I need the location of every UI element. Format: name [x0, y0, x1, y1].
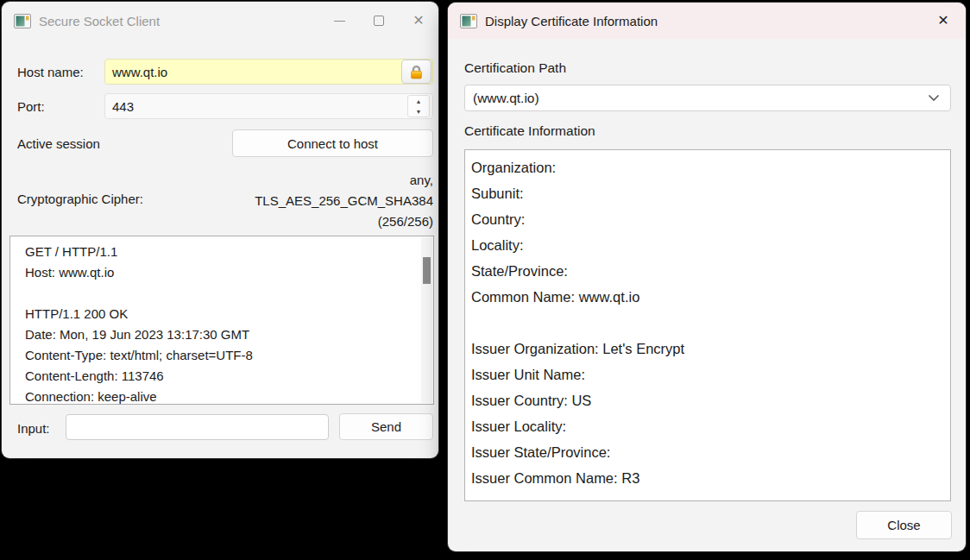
desktop: Secure Socket Client ✕ Host name: Port:	[0, 0, 970, 560]
text-line: Content-Type: text/html; charset=UTF-8	[25, 345, 419, 366]
host-name-input[interactable]	[104, 59, 433, 85]
text-line: Date: Mon, 19 Jun 2023 13:17:30 GMT	[25, 324, 419, 345]
minimize-button[interactable]	[319, 2, 359, 40]
spin-up-icon[interactable]: ▲	[408, 96, 429, 106]
text-line: GET / HTTP/1.1	[25, 242, 419, 262]
input-label: Input:	[17, 421, 50, 436]
cipher-value: any, TLS_AES_256_GCM_SHA384 (256/256)	[174, 170, 433, 232]
active-session-label: Active session	[17, 136, 100, 151]
text-line: Country:	[471, 206, 942, 232]
dialog-close-button[interactable]: ✕	[921, 3, 966, 39]
client-caption-buttons: ✕	[319, 2, 438, 40]
text-line: Issuer State/Province:	[471, 439, 942, 465]
close-dialog-button[interactable]: Close	[856, 511, 952, 539]
secure-socket-client-window: Secure Socket Client ✕ Host name: Port:	[2, 2, 438, 458]
log-scrollbar[interactable]	[421, 237, 432, 403]
certificate-info-textarea[interactable]: Organization:Subunit:Country:Locality:St…	[464, 149, 951, 501]
text-line: Organization:	[471, 154, 942, 180]
text-line: Issuer Organization: Let's Encrypt	[471, 336, 942, 362]
text-line: Issuer Common Name: R3	[471, 465, 942, 491]
send-button[interactable]: Send	[339, 413, 433, 440]
text-line: Locality:	[471, 232, 942, 258]
close-icon: ✕	[413, 14, 424, 28]
minimize-icon	[334, 21, 345, 22]
text-line: Content-Length: 113746	[25, 366, 419, 387]
lock-button[interactable]	[401, 60, 431, 84]
port-spin-buttons: ▲ ▼	[407, 95, 430, 117]
text-line: Issuer Country: US	[471, 387, 942, 413]
dialog-title: Display Certificate Information	[485, 14, 658, 28]
text-line: Issuer Unit Name:	[471, 362, 942, 387]
certificate-information-label: Certificate Information	[464, 123, 595, 139]
session-log-textarea[interactable]: GET / HTTP/1.1Host: www.qt.io HTTP/1.1 2…	[9, 236, 434, 405]
host-name-label: Host name:	[17, 65, 84, 79]
text-line: Connection: keep-alive	[25, 387, 419, 405]
port-label: Port:	[17, 99, 45, 114]
chevron-down-icon	[928, 94, 940, 102]
log-scrollbar-thumb[interactable]	[423, 257, 431, 284]
session-log-content: GET / HTTP/1.1Host: www.qt.io HTTP/1.1 2…	[10, 236, 433, 405]
spin-down-icon[interactable]: ▼	[408, 106, 429, 116]
app-window-icon	[14, 14, 31, 28]
certification-path-combobox[interactable]: (www.qt.io)	[464, 85, 951, 111]
lock-icon	[408, 64, 425, 80]
text-line	[25, 283, 419, 304]
port-spinbox[interactable]: 443 ▲ ▼	[104, 93, 433, 119]
certification-path-label: Certification Path	[464, 60, 566, 76]
client-window-title: Secure Socket Client	[39, 14, 160, 28]
close-icon: ✕	[937, 14, 948, 28]
text-line: Issuer Locality:	[471, 413, 942, 439]
certificate-info-dialog: Display Certificate Information ✕ Certif…	[448, 3, 966, 551]
text-line: Common Name: www.qt.io	[471, 284, 942, 310]
client-titlebar[interactable]: Secure Socket Client ✕	[2, 2, 438, 40]
dialog-caption-buttons: ✕	[921, 3, 966, 39]
connect-to-host-button[interactable]: Connect to host	[232, 129, 433, 157]
certification-path-value: (www.qt.io)	[465, 91, 928, 106]
input-field[interactable]	[66, 414, 329, 440]
text-line	[471, 310, 942, 336]
dialog-titlebar[interactable]: Display Certificate Information ✕	[448, 3, 966, 39]
certificate-info-content: Organization:Subunit:Country:Locality:St…	[465, 150, 950, 491]
cipher-label: Cryptographic Cipher:	[17, 192, 143, 206]
maximize-icon	[374, 16, 384, 26]
app-window-icon	[460, 14, 477, 28]
maximize-button[interactable]	[359, 2, 399, 40]
close-button[interactable]: ✕	[399, 2, 438, 40]
text-line: State/Province:	[471, 258, 942, 284]
text-line: Subunit:	[471, 180, 942, 206]
port-value: 443	[105, 99, 407, 114]
text-line: Host: www.qt.io	[25, 262, 419, 283]
text-line: HTTP/1.1 200 OK	[25, 304, 419, 324]
